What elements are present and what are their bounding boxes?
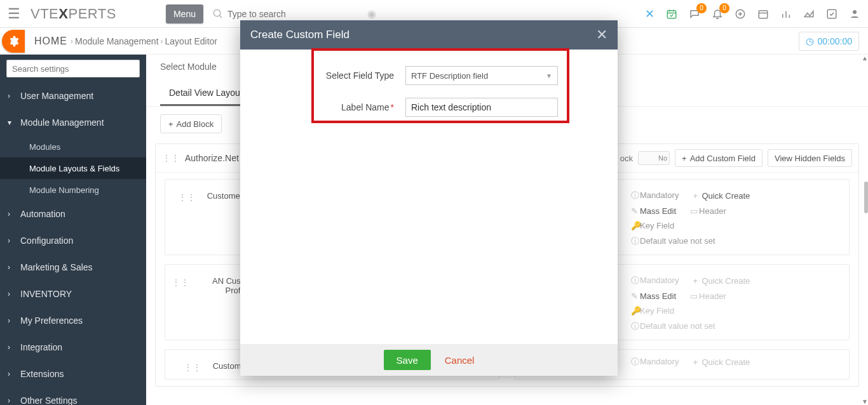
plus-icon: + [682, 154, 687, 163]
sidebar-item-extensions[interactable]: Extensions [0, 361, 146, 387]
settings-sidebar: User Management Module Management Module… [0, 55, 146, 405]
sidebar-item-automation[interactable]: Automation [0, 201, 146, 227]
sidebar-item-user-management[interactable]: User Management [0, 83, 146, 109]
sidebar-item-integration[interactable]: Integration [0, 334, 146, 361]
sidebar-search-input[interactable] [6, 60, 140, 77]
chevron-down-icon: ▼ [546, 72, 552, 79]
drag-handle-icon[interactable]: ⋮⋮ [184, 362, 201, 373]
menu-button[interactable]: Menu [166, 4, 203, 23]
drag-handle-icon[interactable]: ⋮⋮ [162, 153, 180, 163]
create-custom-field-modal: Create Custom Field ✕ Select Field Type … [240, 20, 618, 376]
svg-rect-11 [827, 10, 836, 18]
sidebar-search[interactable] [6, 60, 140, 77]
breadcrumb-item[interactable]: Layout Editor [165, 36, 218, 46]
edit-icon: ✎ [631, 291, 640, 301]
svg-rect-6 [759, 10, 768, 18]
field-type-select[interactable]: RTF Description field ▼ [405, 66, 558, 85]
sidebar-sub-module-layouts[interactable]: Module Layouts & Fields [0, 157, 146, 179]
logo-small-icon[interactable]: ✕ [645, 7, 654, 21]
modal-footer: Save Cancel [240, 344, 618, 376]
breadcrumb-item[interactable]: Module Management [75, 36, 159, 46]
timer-value: 00:00:00 [818, 36, 853, 46]
label-name-label: Label Name* [240, 102, 405, 112]
field-type-row: Select Field Type RTF Description field … [240, 66, 618, 85]
view-hidden-fields-button[interactable]: View Hidden Fields [768, 149, 852, 167]
modal-title: Create Custom Field [250, 29, 349, 41]
plus-icon: + [693, 191, 702, 201]
calendar-check-icon[interactable] [666, 8, 677, 20]
info-icon: ⓘ [631, 321, 640, 332]
area-chart-icon[interactable] [803, 8, 815, 20]
sidebar-item-configuration[interactable]: Configuration [0, 227, 146, 254]
sidebar-sub-module-numbering[interactable]: Module Numbering [0, 179, 146, 201]
scrollbar[interactable]: ▲ ▼ [862, 55, 868, 405]
user-icon[interactable] [849, 8, 860, 20]
top-icon-bar: ✕ 0 0 [645, 7, 868, 21]
header-icon: ▭ [690, 291, 699, 301]
svg-rect-2 [667, 10, 676, 18]
inactive-switch[interactable]: No [638, 151, 670, 165]
plus-icon: + [693, 357, 702, 367]
field-type-label: Select Field Type [240, 70, 405, 81]
bell-icon[interactable]: 0 [712, 8, 723, 20]
field-type-value: RTF Description field [411, 71, 488, 81]
breadcrumb-home[interactable]: HOME [34, 36, 67, 47]
global-search-input[interactable] [227, 9, 367, 19]
select-module-label: Select Module [160, 62, 217, 72]
add-icon[interactable] [735, 8, 746, 20]
sidebar-item-other-settings[interactable]: Other Settings [0, 387, 146, 405]
add-custom-field-button[interactable]: +Add Custom Field [675, 149, 763, 167]
plus-icon: + [168, 119, 173, 129]
bell-badge: 0 [719, 3, 729, 13]
app-logo[interactable]: VTEXPERTS [28, 0, 123, 28]
cancel-button[interactable]: Cancel [445, 355, 475, 366]
info-icon: ⓘ [631, 236, 640, 247]
label-name-input[interactable] [405, 98, 558, 117]
sidebar-item-inventory[interactable]: INVENTORY [0, 281, 146, 307]
clear-search-icon[interactable]: ◉ [367, 8, 376, 20]
close-icon[interactable]: ✕ [596, 27, 607, 43]
drag-handle-icon[interactable]: ⋮⋮ [178, 192, 196, 202]
info-icon: ⓘ [631, 275, 640, 286]
chat-badge: 0 [696, 3, 707, 13]
settings-gear-icon[interactable] [2, 30, 25, 53]
modal-body: Select Field Type RTF Description field … [240, 50, 618, 117]
inactive-fields-label: ock [620, 154, 633, 163]
drag-handle-icon[interactable]: ⋮⋮ [172, 277, 189, 288]
sidebar-item-marketing-sales[interactable]: Marketing & Sales [0, 254, 146, 281]
block-controls: ock No +Add Custom Field View Hidden Fie… [620, 149, 852, 167]
svg-point-0 [214, 10, 220, 17]
calendar-icon[interactable] [757, 8, 769, 20]
timer-widget[interactable]: ◷ 00:00:00 [799, 32, 860, 51]
tab-detail-view-layout[interactable]: Detail View Layout [160, 81, 252, 106]
checkbox-icon[interactable] [826, 8, 837, 20]
hamburger-menu-icon[interactable]: ☰ [0, 0, 28, 28]
sidebar-item-my-preferences[interactable]: My Preferences [0, 307, 146, 334]
chat-icon[interactable]: 0 [689, 8, 700, 20]
svg-point-12 [853, 10, 857, 14]
edit-icon: ✎ [631, 206, 640, 216]
key-icon: 🔑 [631, 221, 640, 230]
sidebar-item-module-management[interactable]: Module Management [0, 109, 146, 136]
scrollbar-thumb[interactable] [864, 182, 868, 213]
clock-icon: ◷ [806, 36, 814, 47]
info-icon: ⓘ [631, 190, 640, 201]
label-name-row: Label Name* [240, 98, 618, 117]
svg-line-1 [219, 15, 222, 18]
key-icon: 🔑 [631, 306, 640, 315]
header-icon: ▭ [690, 206, 699, 216]
modal-header: Create Custom Field ✕ [240, 20, 618, 50]
save-button[interactable]: Save [384, 350, 431, 370]
sidebar-sub-modules[interactable]: Modules [0, 136, 146, 157]
bar-chart-icon[interactable] [780, 8, 792, 20]
add-block-button[interactable]: +Add Block [160, 114, 222, 133]
search-icon [212, 8, 224, 20]
settings-gear-panel [0, 28, 27, 55]
plus-icon: + [693, 276, 702, 286]
info-icon: ⓘ [631, 356, 640, 368]
